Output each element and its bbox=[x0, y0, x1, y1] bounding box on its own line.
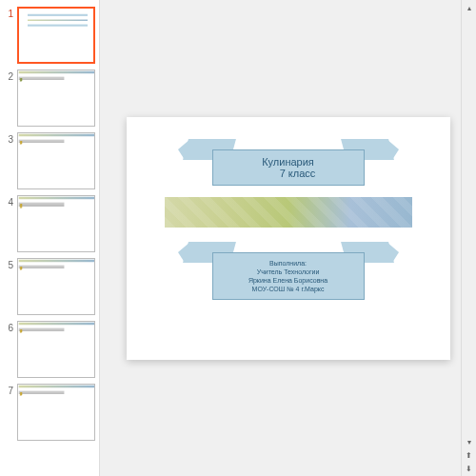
thumbnail-item[interactable]: 5 bbox=[0, 255, 99, 318]
author-line2: Учитель Технологии bbox=[223, 268, 354, 276]
thumbnail-item[interactable]: 3 bbox=[0, 129, 99, 192]
slide-number: 1 bbox=[4, 7, 13, 19]
author-line1: Выполнила: bbox=[223, 259, 354, 268]
slide-thumbnails-panel: 1 2 bbox=[0, 0, 100, 476]
prev-slide-icon[interactable]: ⬆ bbox=[464, 449, 475, 461]
thumbnail-item[interactable]: 6 bbox=[0, 318, 99, 381]
slide-thumbnail-5[interactable] bbox=[17, 258, 95, 315]
author-line3: Яркина Елена Борисовна bbox=[223, 276, 354, 285]
slide-thumbnail-7[interactable] bbox=[17, 384, 95, 441]
title-line1: Кулинария bbox=[223, 156, 354, 168]
scroll-up-icon[interactable]: ▴ bbox=[464, 2, 475, 13]
author-line4: МОУ-СОШ № 4 г.Маркс bbox=[223, 285, 354, 293]
slide-number: 6 bbox=[4, 321, 13, 333]
slide-thumbnail-4[interactable] bbox=[17, 195, 95, 252]
decorative-strip bbox=[165, 197, 412, 228]
thumbnail-item[interactable]: 1 bbox=[0, 4, 99, 67]
slide-number: 3 bbox=[4, 132, 13, 145]
title-banner: Кулинария 7 класс bbox=[193, 136, 384, 186]
author-banner: Выполнила: Учитель Технологии Яркина Еле… bbox=[193, 239, 384, 300]
thumbnail-item[interactable]: 2 bbox=[0, 67, 99, 129]
current-slide[interactable]: Кулинария 7 класс Выполнила: Учитель Тех… bbox=[127, 117, 450, 360]
vertical-scrollbar[interactable]: ▴ ▾ ⬆ ⬇ bbox=[461, 0, 476, 476]
slide-number: 7 bbox=[4, 384, 13, 396]
title-line2: 7 класс bbox=[223, 168, 354, 179]
slide-thumbnail-6[interactable] bbox=[17, 321, 95, 378]
slide-number: 2 bbox=[4, 69, 13, 82]
thumbnail-item[interactable]: 7 bbox=[0, 381, 99, 444]
slide-canvas-area: Кулинария 7 класс Выполнила: Учитель Тех… bbox=[100, 0, 476, 476]
slide-number: 5 bbox=[4, 258, 13, 270]
thumbnail-item[interactable]: 4 bbox=[0, 192, 99, 255]
slide-thumbnail-1[interactable] bbox=[17, 7, 95, 64]
slide-thumbnail-2[interactable] bbox=[17, 69, 95, 127]
slide-number: 4 bbox=[4, 195, 13, 208]
title-box: Кулинария 7 класс bbox=[212, 149, 365, 186]
presentation-app: 1 2 bbox=[0, 0, 476, 476]
next-slide-icon[interactable]: ⬇ bbox=[464, 463, 475, 474]
scroll-down-icon[interactable]: ▾ bbox=[464, 436, 475, 447]
author-box: Выполнила: Учитель Технологии Яркина Еле… bbox=[212, 252, 365, 300]
slide-thumbnail-3[interactable] bbox=[17, 132, 95, 189]
